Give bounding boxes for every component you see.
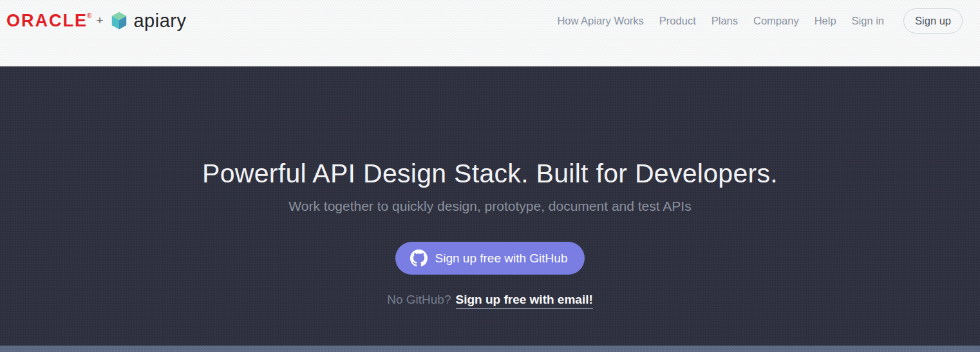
bottom-strip [0,346,980,352]
no-github-text: No GitHub? [387,293,451,306]
github-octocat-icon [410,249,428,267]
registered-trademark-mark: ® [87,12,91,19]
hero-section: Powerful API Design Stack. Built for Dev… [0,66,980,346]
oracle-wordmark: ORACLE [6,12,88,30]
nav-sign-in[interactable]: Sign in [852,15,884,27]
nav-product[interactable]: Product [659,15,696,27]
apiary-wordmark: apiary [133,12,186,30]
plus-separator: + [96,14,103,28]
header-signup-button[interactable]: Sign up [903,8,963,34]
apiary-cube-icon [109,10,129,31]
nav-help[interactable]: Help [815,15,836,27]
site-header: ORACLE ® + apiary How Apiary Works Produ… [0,0,980,66]
main-nav: How Apiary Works Product Plans Company H… [542,8,963,34]
hero-title: Powerful API Design Stack. Built for Dev… [0,159,980,189]
email-signup-line: No GitHub?Sign up free with email! [0,293,980,307]
hero-subtitle: Work together to quickly design, prototy… [0,199,980,214]
nav-company[interactable]: Company [753,15,799,27]
apiary-landing-page: ORACLE ® + apiary How Apiary Works Produ… [0,0,980,352]
nav-how-apiary-works[interactable]: How Apiary Works [557,15,643,27]
email-signup-link[interactable]: Sign up free with email! [456,293,593,309]
nav-plans[interactable]: Plans [711,15,738,27]
github-signup-button[interactable]: Sign up free with GitHub [395,242,585,275]
github-signup-label: Sign up free with GitHub [435,251,568,266]
oracle-apiary-logo[interactable]: ORACLE ® + apiary [6,10,186,31]
